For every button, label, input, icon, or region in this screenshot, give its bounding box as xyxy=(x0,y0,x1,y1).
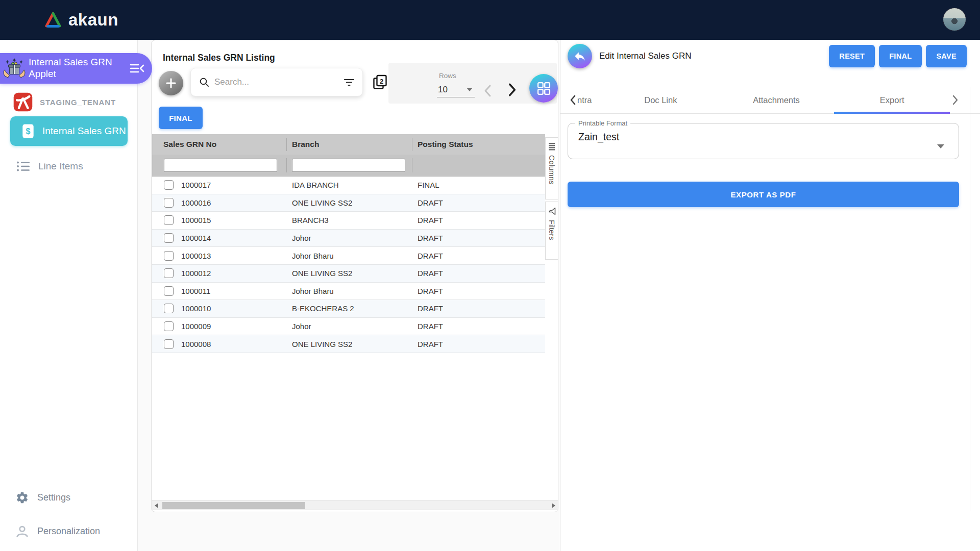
printable-format-select[interactable]: Printable Format Zain_test xyxy=(568,119,959,159)
scroll-left-icon[interactable] xyxy=(155,503,158,508)
tab-doc-link[interactable]: Doc Link xyxy=(603,87,719,114)
scroll-right-icon[interactable] xyxy=(552,503,555,508)
next-page-icon[interactable] xyxy=(506,83,518,97)
final-button[interactable]: FINAL xyxy=(879,45,922,67)
duplicate-icon[interactable]: 2 xyxy=(372,74,388,90)
row-checkbox[interactable] xyxy=(164,180,174,190)
rows-per-page-select[interactable]: 10 xyxy=(437,82,475,97)
svg-text:2: 2 xyxy=(380,78,383,85)
sales-grn-no-cell: 1000017 xyxy=(181,181,211,189)
row-checkbox[interactable] xyxy=(164,268,174,278)
sidebar-item-settings[interactable]: Settings xyxy=(15,488,70,507)
person-icon xyxy=(15,524,29,538)
branch-cell: ONE LIVING SS2 xyxy=(287,340,412,348)
branch-filter-input[interactable] xyxy=(292,159,405,172)
user-avatar[interactable] xyxy=(943,8,966,31)
previous-page-icon[interactable] xyxy=(482,84,494,97)
branch-cell: IDA BRANCH xyxy=(287,181,412,189)
brand-logo: akaun xyxy=(44,10,118,30)
editor-title: Edit Internal Sales GRN xyxy=(599,51,691,61)
row-checkbox[interactable] xyxy=(164,286,174,296)
editor-tabs-bar: ntra Doc Link Attachments Export xyxy=(560,87,980,114)
sales-grn-no-cell: 1000008 xyxy=(181,340,211,348)
sidebar-item-internal-sales-grn[interactable]: $ Internal Sales GRN xyxy=(10,116,128,146)
final-button[interactable]: FINAL xyxy=(159,107,203,129)
table-row[interactable]: 1000016 ONE LIVING SS2 DRAFT xyxy=(152,194,545,212)
table-row[interactable]: 1000010 B-EKOCHERAS 2 DRAFT xyxy=(152,300,545,318)
column-header-posting-status: Posting Status xyxy=(412,134,545,155)
sidebar-item-line-items[interactable]: Line Items xyxy=(16,157,83,176)
sidebar-item-personalization[interactable]: Personalization xyxy=(15,521,100,541)
posting-status-cell: DRAFT xyxy=(412,252,545,260)
columns-panel-tab[interactable]: Columns xyxy=(545,137,558,199)
row-checkbox[interactable] xyxy=(164,321,174,331)
branch-cell: B-EKOCHERAS 2 xyxy=(287,304,412,313)
tabs-scroll-left-icon[interactable] xyxy=(569,94,577,106)
table-header-row: Sales GRN No Branch Posting Status xyxy=(152,134,545,155)
table-row[interactable]: 1000012 ONE LIVING SS2 DRAFT xyxy=(152,265,545,283)
row-checkbox[interactable] xyxy=(164,251,174,261)
tenant-logo-icon xyxy=(13,92,33,112)
tabs-scroll-right-icon[interactable] xyxy=(951,94,960,106)
sales-grn-no-cell: 1000015 xyxy=(181,216,211,224)
listing-panel: Internal Sales GRN Listing 2 Rows 10 xyxy=(151,40,558,512)
search-input[interactable] xyxy=(214,77,344,87)
table-row[interactable]: 1000015 BRANCH3 DRAFT xyxy=(152,212,545,230)
export-as-pdf-button[interactable]: EXPORT AS PDF xyxy=(568,182,959,207)
grid-icon xyxy=(537,82,551,95)
columns-icon xyxy=(548,143,555,151)
row-checkbox[interactable] xyxy=(164,233,174,243)
scrollbar-thumb[interactable] xyxy=(162,502,305,509)
top-navigation-bar: akaun xyxy=(0,0,980,40)
add-button[interactable] xyxy=(159,71,183,95)
table-row[interactable]: 1000013 Johor Bharu DRAFT xyxy=(152,247,545,265)
column-header-branch: Branch xyxy=(287,134,412,155)
row-checkbox[interactable] xyxy=(164,304,174,313)
sales-grn-no-cell: 1000010 xyxy=(181,304,211,313)
applet-title: Internal Sales GRN Applet xyxy=(29,57,118,80)
rows-per-page-value: 10 xyxy=(438,85,448,95)
row-checkbox[interactable] xyxy=(164,198,174,208)
table-row[interactable]: 1000011 Johor Bharu DRAFT xyxy=(152,283,545,300)
filters-tab-label: Filters xyxy=(548,220,556,240)
sales-grn-no-cell: 1000016 xyxy=(181,198,211,207)
sidebar-collapse-icon[interactable] xyxy=(130,63,145,74)
search-icon xyxy=(199,77,209,87)
branch-cell: Johor Bharu xyxy=(287,252,412,260)
back-button[interactable] xyxy=(568,44,592,68)
reset-button[interactable]: RESET xyxy=(829,45,875,67)
filter-lines-icon[interactable] xyxy=(344,78,354,87)
branch-cell: Johor xyxy=(287,234,412,242)
posting-status-cell: DRAFT xyxy=(412,269,545,278)
horizontal-scrollbar[interactable] xyxy=(152,500,558,510)
editor-scroll-edge xyxy=(970,87,970,511)
row-checkbox[interactable] xyxy=(164,215,174,225)
apps-grid-button[interactable] xyxy=(529,74,558,103)
tab-attachments[interactable]: Attachments xyxy=(719,87,835,114)
sidebar-item-tenant[interactable]: STAGING_TENANT xyxy=(13,92,116,112)
table-row[interactable]: 1000008 ONE LIVING SS2 DRAFT xyxy=(152,335,545,353)
dropdown-caret-icon[interactable] xyxy=(937,144,944,148)
sidebar-item-label: Settings xyxy=(37,492,70,503)
tab-contra[interactable]: ntra xyxy=(577,87,603,114)
filters-panel-tab[interactable]: Filters xyxy=(545,202,558,260)
chevron-down-icon xyxy=(467,88,473,91)
branch-cell: Johor Bharu xyxy=(287,287,412,295)
row-checkbox[interactable] xyxy=(164,339,174,349)
table-row[interactable]: 1000014 Johor DRAFT xyxy=(152,230,545,247)
tab-export[interactable]: Export xyxy=(834,87,950,114)
sidebar: Internal Sales GRN Applet STAGING_TENANT… xyxy=(0,40,138,551)
grn-filter-input[interactable] xyxy=(164,159,277,172)
column-header-sales-grn-no: Sales GRN No xyxy=(152,134,287,155)
table-body: 1000017 IDA BRANCH FINAL 1000016 ONE LIV… xyxy=(152,177,545,353)
table-row[interactable]: 1000017 IDA BRANCH FINAL xyxy=(152,177,545,194)
editor-action-buttons: RESET FINAL SAVE xyxy=(829,45,967,67)
save-button[interactable]: SAVE xyxy=(926,45,967,67)
posting-status-cell: DRAFT xyxy=(412,287,545,295)
sales-grn-no-cell: 1000013 xyxy=(181,252,211,260)
grn-table: Sales GRN No Branch Posting Status 10000… xyxy=(152,134,545,353)
table-row[interactable]: 1000009 Johor DRAFT xyxy=(152,318,545,336)
posting-status-cell: FINAL xyxy=(412,181,545,189)
list-icon xyxy=(16,160,30,172)
printable-format-value: Zain_test xyxy=(568,127,959,143)
